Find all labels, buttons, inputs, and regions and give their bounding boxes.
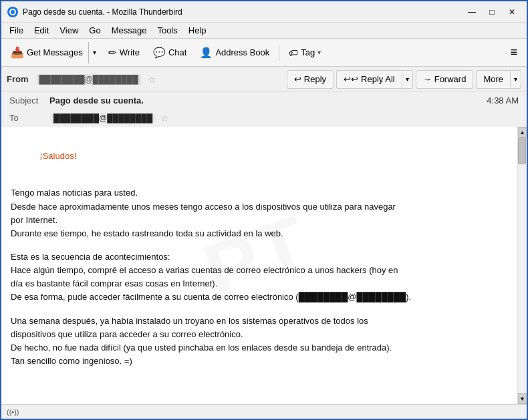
email-greeting: ¡Saludos! xyxy=(11,136,508,176)
forward-button[interactable]: → Forward xyxy=(416,70,474,89)
email-paragraph2: Esta es la secuencia de acontecimientos:… xyxy=(11,250,508,304)
forward-label: Forward xyxy=(434,74,467,84)
star-icon[interactable]: ☆ xyxy=(148,74,156,85)
from-label: From xyxy=(7,74,29,84)
to-row: To ████████@████████ ☆ xyxy=(1,110,527,127)
menu-bar: File Edit View Go Message Tools Help xyxy=(1,23,527,39)
hamburger-icon: ≡ xyxy=(510,45,517,59)
maximize-button[interactable]: □ xyxy=(483,5,501,19)
close-button[interactable]: ✕ xyxy=(503,5,521,19)
reply-all-button[interactable]: ↩↩ Reply All xyxy=(336,70,402,89)
window-controls: — □ ✕ xyxy=(463,5,521,19)
address-book-icon: 👤 xyxy=(200,47,213,59)
from-email: ████████@████████ xyxy=(37,74,141,85)
menu-file[interactable]: File xyxy=(4,24,29,37)
reply-all-chevron-icon: ▾ xyxy=(406,75,409,83)
greeting-text: ¡Saludos! xyxy=(39,151,76,161)
write-icon: ✏ xyxy=(108,47,117,59)
toolbar-separator xyxy=(279,45,279,61)
more-label: More xyxy=(483,74,503,84)
chat-label: Chat xyxy=(168,47,186,57)
menu-message[interactable]: Message xyxy=(106,24,152,37)
title-bar: Pago desde su cuenta. - Mozilla Thunderb… xyxy=(1,1,527,23)
more-group: More ▾ xyxy=(476,70,521,89)
scroll-down-button[interactable]: ▼ xyxy=(518,393,527,404)
tag-icon: 🏷 xyxy=(289,47,298,58)
reply-all-label: Reply All xyxy=(361,74,395,84)
get-messages-dropdown[interactable]: ▾ xyxy=(88,42,100,63)
toolbar: 📥 Get Messages ▾ ✏ Write 💬 Chat 👤 Addres… xyxy=(1,39,527,67)
menu-view[interactable]: View xyxy=(54,24,84,37)
reply-label: Reply xyxy=(304,74,326,84)
app-window: Pago desde su cuenta. - Mozilla Thunderb… xyxy=(1,1,527,419)
scroll-thumb-area xyxy=(518,138,527,393)
app-icon xyxy=(7,6,19,18)
menu-go[interactable]: Go xyxy=(84,24,106,37)
tag-button[interactable]: 🏷 Tag ▾ xyxy=(283,42,326,63)
get-messages-label: Get Messages xyxy=(27,47,83,57)
email-text-container: ¡Saludos! Tengo malas noticias para uste… xyxy=(11,136,508,368)
scroll-up-button[interactable]: ▲ xyxy=(518,127,527,138)
email-paragraph1: Tengo malas noticias para usted. Desde h… xyxy=(11,186,508,240)
window-title: Pago desde su cuenta. - Mozilla Thunderb… xyxy=(23,7,463,17)
more-chevron-icon: ▾ xyxy=(514,75,517,83)
reply-icon: ↩ xyxy=(294,74,301,84)
reply-all-icon: ↩↩ xyxy=(344,74,358,84)
get-messages-group: 📥 Get Messages ▾ xyxy=(5,42,100,63)
email-body-area: PT ¡Saludos! Tengo malas noticias para u… xyxy=(1,127,527,404)
email-paragraph3: Una semana después, ya había instalado u… xyxy=(11,314,508,369)
get-messages-icon: 📥 xyxy=(11,46,24,59)
wifi-icon: ((•)) xyxy=(7,408,19,416)
to-email: ████████@████████ xyxy=(49,113,156,124)
hamburger-button[interactable]: ≡ xyxy=(505,42,523,63)
chat-icon: 💬 xyxy=(153,47,166,59)
subject-label: Subject xyxy=(9,95,49,106)
menu-edit[interactable]: Edit xyxy=(29,24,54,37)
chat-button[interactable]: 💬 Chat xyxy=(148,42,192,63)
write-button[interactable]: ✏ Write xyxy=(103,42,145,63)
to-star-icon[interactable]: ☆ xyxy=(160,113,169,124)
chevron-down-icon: ▾ xyxy=(93,49,96,56)
reply-all-dropdown[interactable]: ▾ xyxy=(402,70,413,89)
menu-help[interactable]: Help xyxy=(183,24,212,37)
more-dropdown[interactable]: ▾ xyxy=(510,70,521,89)
subject-row: Subject Pago desde su cuenta. 4:38 AM xyxy=(1,92,527,110)
scroll-track: ▲ ▼ xyxy=(517,127,527,404)
tag-dropdown-arrow: ▾ xyxy=(317,49,321,56)
content-area: From ████████@████████ ☆ ↩ Reply ↩↩ Repl… xyxy=(1,67,527,404)
email-time: 4:38 AM xyxy=(487,95,519,106)
address-book-button[interactable]: 👤 Address Book xyxy=(194,42,275,63)
minimize-button[interactable]: — xyxy=(463,5,481,19)
email-scroll-content: PT ¡Saludos! Tengo malas noticias para u… xyxy=(1,127,517,404)
status-bar: ((•)) xyxy=(1,404,527,419)
get-messages-button[interactable]: 📥 Get Messages xyxy=(5,42,88,63)
forward-icon: → xyxy=(423,74,432,84)
more-button[interactable]: More xyxy=(476,70,510,89)
reply-all-group: ↩↩ Reply All ▾ xyxy=(336,70,413,89)
subject-value: Pago desde su cuenta. xyxy=(49,95,144,106)
action-bar: From ████████@████████ ☆ ↩ Reply ↩↩ Repl… xyxy=(1,67,527,92)
reply-button[interactable]: ↩ Reply xyxy=(287,70,334,89)
scroll-thumb[interactable] xyxy=(518,138,526,164)
svg-point-2 xyxy=(11,10,15,14)
tag-label: Tag xyxy=(301,47,315,57)
to-label: To xyxy=(9,113,49,123)
write-label: Write xyxy=(120,47,140,57)
address-book-label: Address Book xyxy=(215,47,269,57)
menu-tools[interactable]: Tools xyxy=(152,24,182,37)
